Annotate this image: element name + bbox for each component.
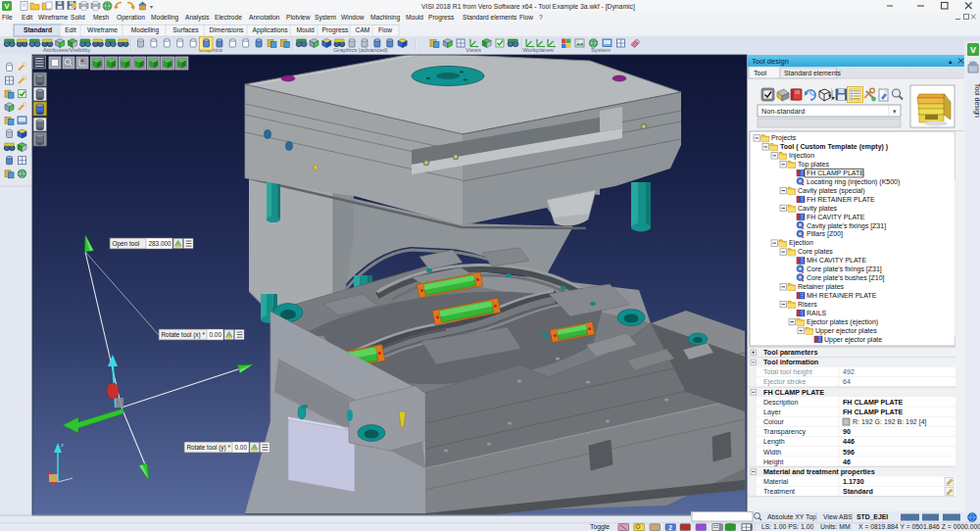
svg-text:?: ? [539, 14, 543, 21]
svg-text:Progress: Progress [428, 14, 455, 22]
svg-text:Non-standard: Non-standard [761, 107, 805, 116]
svg-text:Flow: Flow [378, 26, 392, 33]
svg-text:Solid: Solid [71, 14, 85, 21]
svg-text:Wireframe: Wireframe [87, 26, 118, 33]
svg-text:X = 0819.884 Y = 0501.846 Z =: X = 0819.884 Y = 0501.846 Z = 0000.000 [858, 523, 980, 530]
svg-text:446: 446 [843, 438, 855, 446]
svg-text:Cavity plates: Cavity plates [798, 205, 838, 213]
svg-text:Ejector stroke: Ejector stroke [763, 378, 806, 386]
svg-text:90: 90 [843, 428, 851, 436]
svg-text:Applications: Applications [252, 26, 288, 34]
svg-text:46: 46 [843, 459, 851, 466]
svg-text:Ejector plates (ejection): Ejector plates (ejection) [807, 318, 878, 326]
svg-text:z: z [61, 442, 64, 448]
svg-text:Tool design: Tool design [973, 83, 980, 118]
svg-text:0.00: 0.00 [210, 331, 222, 338]
svg-text:Units: MM: Units: MM [820, 523, 851, 530]
svg-text:Rotate tool (y) *: Rotate tool (y) * [187, 444, 231, 452]
svg-text:System: System [315, 14, 336, 22]
svg-text:V: V [4, 2, 9, 11]
svg-text:Description: Description [763, 399, 799, 407]
svg-text:Workplanes: Workplanes [522, 47, 554, 53]
svg-text:Layer: Layer [763, 409, 781, 416]
svg-text:Locating ring (injection) (K5: Locating ring (injection) (K500) [807, 178, 900, 186]
svg-text:Total tool height: Total tool height [763, 368, 812, 376]
svg-text:Machining: Machining [370, 14, 400, 22]
svg-text:R: 192 G: 192 B: 192 [4]: R: 192 G: 192 B: 192 [4] [853, 418, 927, 426]
svg-text:Mould: Mould [296, 26, 314, 33]
svg-text:596: 596 [843, 449, 855, 457]
svg-text:Absolute XY Top: Absolute XY Top [767, 513, 816, 521]
svg-text:MH RETAINER PLATE: MH RETAINER PLATE [807, 292, 877, 299]
svg-text:FH CLAMP PLATE: FH CLAMP PLATE [763, 388, 824, 397]
svg-text:Annotation: Annotation [249, 14, 280, 21]
svg-text:Length: Length [763, 438, 785, 446]
svg-text:Electrode: Electrode [215, 14, 242, 21]
svg-text:Core plate's fixings [Z31]: Core plate's fixings [Z31] [807, 266, 882, 273]
svg-text:2: 2 [668, 524, 672, 531]
svg-text:Material and treatment propert: Material and treatment properties [763, 467, 875, 476]
svg-text:Standard elements: Standard elements [463, 14, 517, 21]
svg-text:Cavity plates (special): Cavity plates (special) [798, 187, 864, 195]
svg-text:Transparency: Transparency [763, 428, 807, 436]
svg-text:Open tool: Open tool [113, 240, 140, 248]
svg-text:Top plates: Top plates [798, 161, 829, 169]
svg-text:Surfaces: Surfaces [172, 26, 199, 33]
svg-text:Material: Material [763, 478, 789, 486]
svg-text:Views: Views [466, 47, 481, 53]
svg-text:Ejection: Ejection [789, 239, 813, 247]
svg-text:Attributes/Visibility: Attributes/Visibility [43, 47, 91, 53]
svg-text:STD_EJEІ: STD_EJEІ [857, 513, 888, 520]
svg-text:Mesh: Mesh [93, 14, 109, 21]
svg-text:Plotview: Plotview [286, 14, 311, 21]
svg-text:Tool information: Tool information [763, 358, 818, 366]
svg-text:Mould: Mould [406, 14, 423, 21]
svg-text:Standard elements: Standard elements [784, 70, 841, 76]
svg-text:LS: 1.00 PS: 1.00: LS: 1.00 PS: 1.00 [761, 523, 813, 530]
svg-text:Flow: Flow [519, 14, 533, 21]
svg-text:Tool ( Custom Template (empty): Tool ( Custom Template (empty) ) [780, 143, 888, 151]
svg-text:Risers: Risers [798, 301, 817, 308]
svg-text:283.000: 283.000 [149, 240, 172, 247]
svg-text:Dimensions: Dimensions [210, 26, 245, 33]
svg-text:Modelling: Modelling [131, 26, 160, 34]
svg-text:Injection: Injection [789, 152, 814, 160]
svg-text:Wireframe: Wireframe [38, 14, 69, 21]
svg-text:492: 492 [843, 368, 855, 376]
svg-text:▾: ▾ [893, 108, 897, 115]
svg-text:Operation: Operation [117, 14, 145, 22]
svg-text:Tool: Tool [754, 69, 767, 77]
svg-text:64: 64 [843, 378, 851, 386]
svg-text:Pillars [Z00]: Pillars [Z00] [807, 230, 843, 238]
svg-text:Width: Width [763, 449, 781, 457]
svg-text:FH RETAINER PLATE: FH RETAINER PLATE [807, 196, 875, 203]
svg-text:Core plate's bushes [Z10]: Core plate's bushes [Z10] [807, 274, 885, 282]
svg-text:MH CAVITY PLATE: MH CAVITY PLATE [807, 257, 866, 264]
svg-text:Edit: Edit [22, 14, 33, 21]
svg-text:▾: ▾ [150, 4, 153, 10]
svg-text:View ABS: View ABS [823, 513, 853, 520]
svg-text:Rotate tool (x) *: Rotate tool (x) * [162, 331, 206, 339]
svg-text:FH CAVITY PLATE: FH CAVITY PLATE [807, 214, 865, 220]
svg-text:Tool design: Tool design [752, 57, 789, 66]
svg-text:CAM: CAM [356, 26, 370, 33]
svg-text:VISI 2018 R1 from Vero Softwa: VISI 2018 R1 from Vero Software x64 - To… [421, 3, 635, 11]
svg-text:Projects: Projects [771, 134, 797, 142]
svg-text:Cavity plate's fixings [Z31]: Cavity plate's fixings [Z31] [807, 222, 886, 230]
svg-text:Graphics (advanced): Graphics (advanced) [333, 47, 388, 53]
svg-text:V: V [970, 45, 976, 55]
svg-text:File: File [2, 14, 13, 21]
svg-text:0.00: 0.00 [235, 444, 248, 451]
svg-text:1.1730: 1.1730 [843, 478, 864, 486]
svg-text:Toggle: Toggle [590, 523, 610, 531]
svg-text:System: System [591, 47, 611, 53]
svg-text:Window: Window [341, 14, 365, 21]
svg-text:FH CLAMP PLATE: FH CLAMP PLATE [843, 399, 903, 407]
svg-text:Treatment: Treatment [763, 488, 795, 496]
svg-text:Progress: Progress [322, 26, 349, 34]
svg-text:▴: ▴ [949, 58, 953, 65]
svg-text:FH CLAMP PLATE: FH CLAMP PLATE [807, 169, 864, 176]
svg-text:Core plates: Core plates [798, 248, 833, 256]
svg-text:Modelling: Modelling [151, 14, 179, 22]
svg-text:Standard: Standard [843, 488, 873, 496]
